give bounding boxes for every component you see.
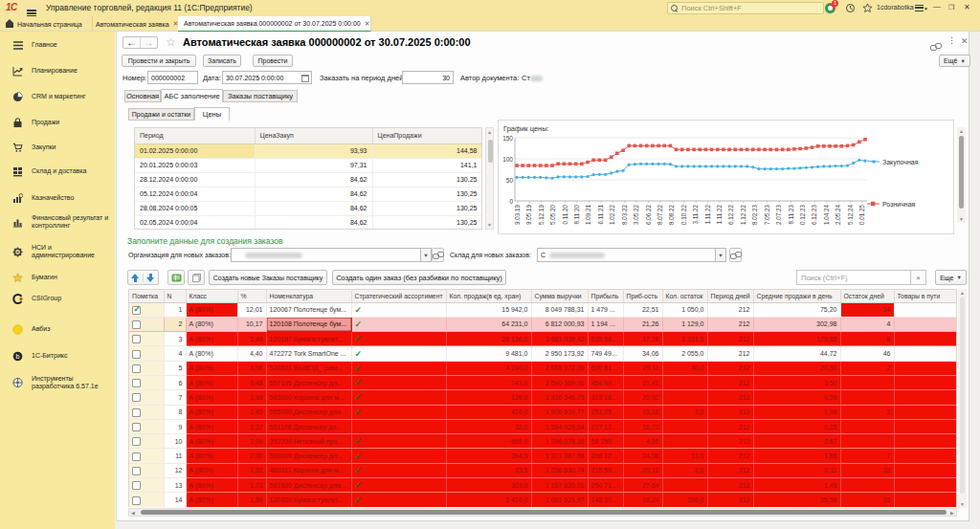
cell-class[interactable]: А (80%): [186, 332, 237, 346]
cell-stock-days[interactable]: 8: [840, 332, 894, 346]
create-single-order-button[interactable]: Создать один заказ (без разбивки по пост…: [332, 270, 506, 285]
cell-qty-sold[interactable]: 32,0: [446, 419, 531, 433]
minimize-button[interactable]: —: [933, 2, 941, 11]
cell-class[interactable]: А (80%): [186, 317, 237, 331]
cell-class[interactable]: А (80%): [186, 375, 237, 389]
col-header[interactable]: Номенклатура: [266, 290, 351, 302]
cell-nomenclature[interactable]: 120067 Полотенце бум...: [266, 302, 351, 317]
col-header[interactable]: Средние продажи в день: [753, 290, 840, 302]
price-col-header[interactable]: ЦенаЗакуп: [255, 128, 372, 143]
cell-percent[interactable]: 3,48: [237, 375, 266, 389]
warehouse-combobox[interactable]: С: [537, 248, 716, 262]
col-header[interactable]: Кол. продаж(в ед. хран): [446, 290, 531, 302]
cell-qty-sold[interactable]: 5 416,0: [446, 493, 531, 507]
cell-profitability[interactable]: 17,18: [623, 332, 662, 346]
table-row[interactable]: 6А (80%)3,48557105 Диспенсер дл...✓743,0…: [129, 375, 957, 389]
cell-strategic[interactable]: ✓: [351, 302, 446, 317]
col-header[interactable]: Стратегический ассортимент: [351, 290, 446, 302]
cell-class[interactable]: А (80%): [186, 390, 237, 405]
cell-revenue[interactable]: 1 296 630,74: [531, 463, 588, 477]
price-purchase[interactable]: 84,62: [255, 172, 372, 187]
cell-strategic[interactable]: ✓: [351, 463, 446, 477]
price-retail[interactable]: 130,25: [372, 187, 482, 201]
cell-mark[interactable]: [129, 390, 164, 405]
cell-profitability[interactable]: 4,35: [623, 434, 662, 449]
cell-stock-qty[interactable]: 2,0: [662, 463, 707, 477]
cell-nomenclature[interactable]: 352200 Нетканый про...: [266, 434, 351, 449]
col-header[interactable]: Товары в пути: [894, 290, 957, 302]
cell-mark[interactable]: [129, 478, 164, 493]
cell-profit[interactable]: 1 194 ...: [588, 317, 623, 331]
cell-percent[interactable]: 5,49: [237, 332, 266, 346]
cell-avg-sales-per-day[interactable]: 75,20: [753, 302, 840, 317]
cell-revenue[interactable]: 1 396 078,16: [531, 434, 588, 449]
cell-period-days[interactable]: 212: [707, 449, 753, 463]
row-checkbox[interactable]: [132, 379, 141, 387]
scrollbar-thumb[interactable]: [959, 136, 964, 209]
cell-period-days[interactable]: 212: [707, 346, 753, 361]
cell-n[interactable]: 14: [164, 493, 186, 507]
cell-n[interactable]: 1: [164, 302, 186, 317]
close-tab-icon[interactable]: ✕: [365, 20, 370, 28]
cell-stock-qty[interactable]: 1 101,0: [662, 332, 707, 346]
scroll-left-icon[interactable]: ◀: [130, 510, 136, 516]
cell-strategic[interactable]: ✓: [351, 493, 446, 507]
cell-stock-days[interactable]: 4: [840, 317, 894, 331]
get-link-button[interactable]: [930, 37, 941, 55]
tab-home[interactable]: Начальная страница: [0, 16, 93, 32]
abc-items-table[interactable]: ПометкаNКласс%НоменклатураСтратегический…: [128, 289, 957, 507]
sidebar-item-6[interactable]: Склад и доставка: [0, 165, 115, 177]
cell-period-days[interactable]: 212: [707, 361, 753, 375]
organization-dropdown-button[interactable]: ▼: [421, 248, 432, 262]
cell-profit[interactable]: 749 49...: [588, 346, 623, 361]
cell-goods-in-transit[interactable]: [894, 375, 957, 389]
row-checkbox[interactable]: [132, 496, 141, 505]
cell-profitability[interactable]: 16,24: [623, 493, 662, 507]
row-checkbox[interactable]: [132, 423, 141, 431]
cell-period-days[interactable]: 212: [707, 493, 753, 507]
cell-stock-days[interactable]: 2: [840, 361, 894, 375]
price-row[interactable]: 02.05.2024 0:00:0484,62130,25: [135, 215, 482, 230]
cell-strategic[interactable]: ✓: [351, 449, 446, 463]
cell-period-days[interactable]: 212: [707, 390, 753, 405]
cell-strategic[interactable]: ✓: [351, 405, 446, 419]
scrollbar-thumb[interactable]: [141, 510, 947, 515]
clear-search-button[interactable]: ×: [910, 270, 926, 285]
cell-stock-days[interactable]: 7: [840, 449, 894, 463]
cell-mark[interactable]: [129, 463, 164, 477]
cell-revenue[interactable]: 1 157 820,01: [531, 478, 588, 493]
price-history-table[interactable]: ПериодЦенаЗакупЦенаПродажи01.02.2025 0:0…: [134, 127, 482, 230]
cell-qty-sold[interactable]: 126,0: [446, 390, 531, 405]
cell-mark[interactable]: [129, 317, 164, 331]
cell-class[interactable]: А (80%): [186, 405, 237, 419]
cell-avg-sales-per-day[interactable]: 0,59: [753, 390, 840, 405]
cell-n[interactable]: 7: [164, 390, 186, 405]
cell-nomenclature[interactable]: 472272 Tork SmartOne ...: [266, 346, 351, 361]
cell-qty-sold[interactable]: 64 231,0: [446, 317, 531, 331]
service-menu-button[interactable]: ▼: [915, 4, 928, 12]
cell-stock-qty[interactable]: 3,0: [662, 405, 707, 419]
favorite-star-icon[interactable]: ☆: [166, 35, 176, 49]
cell-goods-in-transit[interactable]: [894, 346, 957, 361]
cell-qty-sold[interactable]: 15 942,0: [446, 302, 531, 317]
cell-profit[interactable]: 148 30...: [588, 493, 623, 507]
col-header[interactable]: Сумма выручки: [531, 290, 588, 302]
cell-profitability[interactable]: 22,51: [623, 302, 662, 317]
cell-goods-in-transit[interactable]: [894, 463, 957, 477]
cell-profitability[interactable]: 16,73: [623, 419, 662, 433]
history-button[interactable]: [845, 3, 856, 15]
row-checkbox[interactable]: [132, 306, 141, 315]
cell-profit[interactable]: 251 25...: [588, 405, 623, 419]
cell-nomenclature[interactable]: 520501 ВЫВОД_ (зам...: [266, 361, 351, 375]
sidebar-item-3[interactable]: CRM и маркетинг: [0, 91, 115, 102]
cell-profit[interactable]: 590 81...: [588, 361, 623, 375]
cell-percent[interactable]: 2,00: [237, 449, 266, 463]
cell-period-days[interactable]: 212: [707, 463, 753, 477]
cell-avg-sales-per-day[interactable]: 0,11: [753, 463, 840, 477]
cell-profit[interactable]: 323 16...: [588, 390, 623, 405]
cell-goods-in-transit[interactable]: [894, 493, 957, 507]
cell-n[interactable]: 4: [164, 346, 186, 361]
price-retail[interactable]: 144,58: [372, 143, 482, 158]
subtab-tseny[interactable]: Цены: [194, 107, 230, 121]
more-button[interactable]: Ещё▼: [939, 55, 970, 67]
